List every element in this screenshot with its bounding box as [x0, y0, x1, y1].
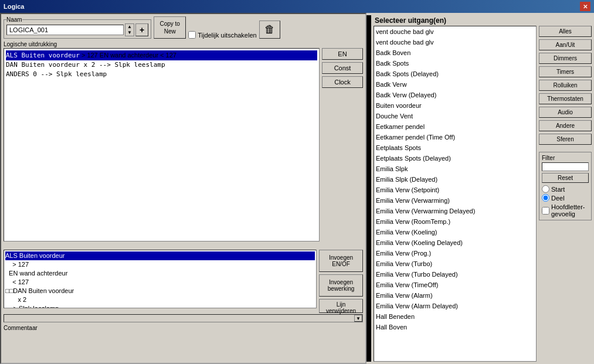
invoegen-en-of-button[interactable]: Invoegen EN/OF	[319, 250, 363, 272]
output-item[interactable]: Emilia Verw (Alarm Delayed)	[374, 301, 536, 311]
category-button[interactable]: Thermostaten	[539, 93, 592, 104]
output-item[interactable]: Emilia Verw (Prog.)	[374, 248, 536, 258]
output-item[interactable]: Emilia Verw (Koeling)	[374, 227, 536, 237]
invoegen-bewerking-button[interactable]: Invoegen bewerking	[319, 274, 363, 297]
output-list[interactable]: vent douche bad glvvent douche bad glvBa…	[374, 26, 537, 362]
logische-uitdrukking-label: Logische uitdrukking	[4, 41, 363, 47]
output-item[interactable]: Emilia Verw (Setpoint)	[374, 185, 536, 195]
main-container: Naam ▲ ▼ + Copy to New Tijdelijk uitscha…	[0, 13, 594, 364]
detail-box[interactable]: ALS Buiten voordeur > 127 EN wand achter…	[4, 250, 317, 308]
detail-line[interactable]: --> Slpk leeslamp	[5, 304, 315, 308]
output-item[interactable]: Eetplaats Spots (Delayed)	[374, 153, 536, 164]
radio-input[interactable]	[542, 194, 549, 202]
output-item[interactable]: Eetkamer pendel	[374, 121, 536, 132]
right-panel-title: Selecteer uitgang(en)	[374, 15, 592, 26]
output-item[interactable]: Badk Spots	[374, 58, 536, 69]
radio-input[interactable]	[542, 185, 549, 193]
right-panel: Selecteer uitgang(en) vent douche bad gl…	[371, 13, 594, 364]
output-item[interactable]: Eetplaats Spots	[374, 142, 536, 153]
commentaar-label: Commentaar	[4, 325, 363, 331]
logic-line[interactable]: DAN Buiten voordeur x 2 --> Slpk leeslam…	[6, 60, 317, 70]
category-button[interactable]: Audio	[539, 107, 592, 118]
detail-line[interactable]: EN wand achterdeur	[5, 269, 315, 278]
const-button[interactable]: Const	[322, 62, 363, 74]
output-list-container: vent douche bad glvvent douche bad glvBa…	[374, 26, 537, 362]
output-item[interactable]: Emilia Verw (Verwarming)	[374, 195, 536, 206]
category-button[interactable]: Dimmers	[539, 53, 592, 64]
output-item[interactable]: vent douche bad glv	[374, 37, 536, 47]
output-item[interactable]: Badk Verw (Delayed)	[374, 90, 536, 100]
title-bar: Logica ✕	[0, 0, 594, 13]
naam-fieldset: Naam ▲ ▼ +	[4, 16, 151, 39]
logic-expression-box[interactable]: ALS Buiten voordeur > 127 EN wand achter…	[4, 48, 320, 241]
left-panel: Naam ▲ ▼ + Copy to New Tijdelijk uitscha…	[0, 13, 366, 364]
tijdelijk-checkbox[interactable]	[188, 31, 196, 39]
detail-line[interactable]: > 127	[5, 260, 315, 269]
output-item[interactable]: Emilia Slpk (Delayed)	[374, 174, 536, 185]
category-button[interactable]: Alles	[539, 26, 592, 37]
radio-item[interactable]: Deel	[542, 194, 589, 202]
naam-input[interactable]	[6, 25, 124, 35]
clock-button[interactable]: Clock	[322, 76, 363, 88]
output-item[interactable]: Emilia Verw (Koeling Delayed)	[374, 237, 536, 248]
output-item[interactable]: Eetkamer pendel (Time Off)	[374, 132, 536, 142]
spin-buttons: ▲ ▼	[125, 23, 134, 36]
add-button[interactable]: +	[135, 23, 148, 36]
filter-input[interactable]	[542, 162, 589, 171]
logic-line[interactable]: ANDERS 0 --> Slpk leeslamp	[6, 70, 317, 79]
filter-label: Filter	[542, 155, 589, 161]
app-title: Logica	[4, 3, 24, 10]
right-sidebar: AllesAan/UitDimmersTimersRolluikenThermo…	[539, 26, 592, 362]
detail-line[interactable]: ALS Buiten voordeur	[5, 251, 315, 260]
output-item[interactable]: Badk Boven	[374, 47, 536, 58]
category-button[interactable]: Timers	[539, 66, 592, 77]
detail-line[interactable]: x 2	[5, 295, 315, 304]
hoofdletter-checkbox-label[interactable]: Hoofdletter- gevoelig	[542, 203, 589, 217]
spin-up-button[interactable]: ▲	[125, 24, 134, 30]
trash-button[interactable]: 🗑	[259, 21, 280, 39]
output-item[interactable]: Douche Vent	[374, 111, 536, 121]
logic-right-buttons: EN Const Clock	[322, 48, 363, 247]
output-item[interactable]: vent douche bad glv	[374, 26, 536, 37]
output-item[interactable]: Emilia Verw (TimeOff)	[374, 280, 536, 290]
output-item[interactable]: Emilia Verw (Turbo Delayed)	[374, 269, 536, 280]
output-item[interactable]: Hall Boven	[374, 322, 536, 332]
radio-group: Start Deel	[542, 185, 589, 202]
scroll-down-btn[interactable]: ▼	[354, 315, 362, 322]
output-item[interactable]: Badk Spots (Delayed)	[374, 69, 536, 79]
detail-line[interactable]: □□DAN Buiten voordeur	[5, 287, 315, 295]
category-button[interactable]: Rolluiken	[539, 80, 592, 91]
separator-bar	[366, 15, 371, 362]
output-item[interactable]: Hall Beneden	[374, 311, 536, 322]
logic-line[interactable]: ALS Buiten voordeur > 127 EN wand achter…	[6, 50, 317, 60]
category-button[interactable]: Sferen	[539, 134, 592, 145]
tijdelijk-checkbox-label: Tijdelijk uitschakelen	[188, 31, 256, 39]
output-item[interactable]: Emilia Verw (Turbo)	[374, 258, 536, 269]
hoofdletter-checkbox[interactable]	[542, 207, 549, 215]
category-button[interactable]: Aan/Uit	[539, 39, 592, 50]
right-content: vent douche bad glvvent douche bad glvBa…	[374, 26, 592, 362]
lijn-verwijderen-button[interactable]: Lijn verwijderen	[319, 299, 363, 313]
output-item[interactable]: Emilia Verw (Verwarming Delayed)	[374, 206, 536, 216]
spin-down-button[interactable]: ▼	[125, 30, 134, 36]
output-item[interactable]: Buiten voordeur	[374, 100, 536, 111]
detail-right-buttons: Invoegen EN/OF Invoegen bewerking Lijn v…	[319, 250, 363, 313]
category-button[interactable]: Andere	[539, 120, 592, 131]
detail-line[interactable]: < 127	[5, 278, 315, 287]
copy-to-new-button[interactable]: Copy to New	[154, 16, 186, 39]
output-item[interactable]: Badk Verw	[374, 79, 536, 90]
naam-legend: Naam	[6, 16, 22, 23]
filter-section: Filter Reset Start Deel Hoofdletter- gev…	[539, 152, 592, 220]
output-item[interactable]: Emilia Slpk	[374, 164, 536, 174]
close-button[interactable]: ✕	[580, 2, 590, 11]
reset-button[interactable]: Reset	[542, 173, 589, 183]
en-button[interactable]: EN	[322, 48, 363, 60]
output-item[interactable]: Emilia Verw (RoomTemp.)	[374, 216, 536, 227]
output-item[interactable]: Emilia Verw (Alarm)	[374, 290, 536, 301]
radio-item[interactable]: Start	[542, 185, 589, 193]
